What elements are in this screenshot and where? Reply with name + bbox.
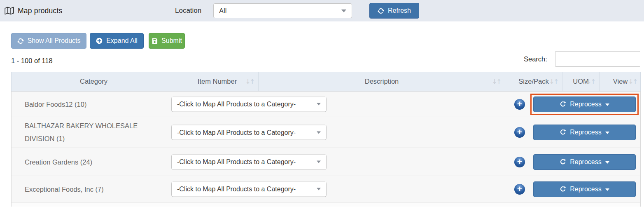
- map-category-select[interactable]: -Click to Map All Products to a Category…: [171, 125, 327, 140]
- sort-icon: ↓↑: [245, 78, 254, 85]
- page-title-group: Map products: [5, 0, 62, 21]
- sort-icon: ↓↑: [586, 78, 595, 85]
- caret-down-icon: [605, 161, 609, 164]
- column-label: Description: [365, 78, 399, 85]
- redo-icon: [560, 186, 566, 193]
- reprocess-button[interactable]: Reprocess: [533, 181, 636, 197]
- table-row-partial: [12, 202, 640, 207]
- category-name: BALTHAZAR BAKERY WHOLESALE DIVISION (1): [25, 120, 163, 145]
- page-title: Map products: [18, 7, 62, 15]
- table-row: Baldor Foods12 (10) -Click to Map All Pr…: [12, 92, 640, 117]
- refresh-icon: [17, 38, 24, 44]
- reprocess-button-wrap: Reprocess: [533, 181, 636, 197]
- refresh-button[interactable]: Refresh: [369, 3, 419, 19]
- reprocess-button-wrap: Reprocess: [533, 125, 636, 140]
- add-button[interactable]: +: [514, 99, 525, 110]
- caret-down-icon: [605, 132, 609, 134]
- map-category-select-value: -Click to Map All Products to a Category…: [177, 186, 296, 193]
- reprocess-button-highlight: Reprocess: [533, 96, 636, 112]
- map-category-select[interactable]: -Click to Map All Products to a Category…: [171, 181, 327, 197]
- column-header-view[interactable]: View ↓↑: [600, 72, 641, 91]
- reprocess-label: Reprocess: [570, 158, 601, 166]
- column-label: Size/Pack: [518, 78, 548, 85]
- submit-label: Submit: [161, 37, 182, 45]
- refresh-icon: [378, 8, 384, 14]
- show-all-products-button[interactable]: Show All Products: [11, 33, 86, 49]
- location-select-value: All: [219, 7, 226, 15]
- reprocess-button[interactable]: Reprocess: [533, 125, 636, 140]
- column-header-category: Category: [12, 72, 176, 91]
- redo-icon: [560, 159, 566, 165]
- column-header-item-number[interactable]: Item Number ↓↑: [176, 72, 259, 91]
- reprocess-button-wrap: Reprocess: [533, 154, 636, 170]
- table-body: Baldor Foods12 (10) -Click to Map All Pr…: [11, 92, 641, 207]
- map-category-select-value: -Click to Map All Products to a Category…: [177, 129, 296, 136]
- topbar: Map products Location All Refresh: [0, 0, 644, 21]
- results-summary: 1 - 100 of 118: [11, 57, 53, 65]
- location-label: Location: [175, 0, 201, 21]
- category-name: Baldor Foods12 (10): [25, 98, 163, 111]
- column-label: View: [613, 78, 628, 85]
- add-button[interactable]: +: [514, 127, 525, 138]
- category-name: Creation Gardens (24): [25, 155, 163, 168]
- map-category-select[interactable]: -Click to Map All Products to a Category…: [171, 154, 327, 169]
- redo-icon: [560, 101, 566, 108]
- column-header-size-pack[interactable]: Size/Pack ↓↑: [505, 72, 562, 91]
- table-row: Creation Gardens (24) -Click to Map All …: [12, 148, 640, 176]
- refresh-button-label: Refresh: [388, 7, 411, 14]
- map-icon: [5, 7, 14, 15]
- table-header-row: Category Item Number ↓↑ Description ↓↑ S…: [11, 72, 641, 92]
- caret-down-icon: [605, 188, 609, 191]
- reprocess-button[interactable]: Reprocess: [533, 154, 636, 170]
- redo-icon: [560, 129, 566, 136]
- reprocess-label: Reprocess: [570, 186, 601, 193]
- map-category-select-value: -Click to Map All Products to a Category…: [177, 101, 296, 108]
- chevron-down-icon: [317, 103, 321, 106]
- location-select[interactable]: All: [213, 3, 352, 18]
- plus-circle-icon: [96, 38, 103, 44]
- show-all-products-label: Show All Products: [28, 37, 81, 45]
- chevron-down-icon: [317, 161, 321, 163]
- column-header-description[interactable]: Description ↓↑: [259, 72, 505, 91]
- products-table: Category Item Number ↓↑ Description ↓↑ S…: [11, 72, 641, 207]
- map-category-select-value: -Click to Map All Products to a Category…: [177, 158, 296, 166]
- sort-icon: ↓↑: [549, 78, 558, 85]
- reprocess-label: Reprocess: [570, 101, 601, 108]
- chevron-down-icon: [317, 188, 321, 191]
- table-row: BALTHAZAR BAKERY WHOLESALE DIVISION (1) …: [12, 117, 640, 148]
- column-label: Item Number: [198, 78, 237, 85]
- expand-all-label: Expand All: [106, 37, 138, 45]
- chevron-down-icon: [341, 9, 346, 12]
- save-icon: [152, 38, 158, 44]
- search-input[interactable]: [555, 51, 640, 67]
- submit-button[interactable]: Submit: [149, 33, 185, 49]
- column-header-uom[interactable]: UOM ↓↑: [562, 72, 600, 91]
- add-button[interactable]: +: [514, 157, 525, 167]
- sort-icon: ↓↑: [492, 78, 501, 85]
- sort-icon: ↓↑: [628, 78, 637, 85]
- chevron-down-icon: [317, 131, 321, 134]
- table-row: Exceptional Foods, Inc (7) -Click to Map…: [12, 176, 640, 202]
- expand-all-button[interactable]: Expand All: [90, 33, 144, 49]
- reprocess-label: Reprocess: [570, 129, 601, 136]
- map-category-select[interactable]: -Click to Map All Products to a Category…: [171, 96, 327, 112]
- search-label: Search:: [524, 51, 547, 67]
- add-button[interactable]: +: [514, 184, 525, 195]
- category-name: Exceptional Foods, Inc (7): [25, 183, 163, 195]
- reprocess-button[interactable]: Reprocess: [533, 96, 636, 112]
- caret-down-icon: [605, 104, 609, 106]
- column-label: Category: [80, 78, 107, 85]
